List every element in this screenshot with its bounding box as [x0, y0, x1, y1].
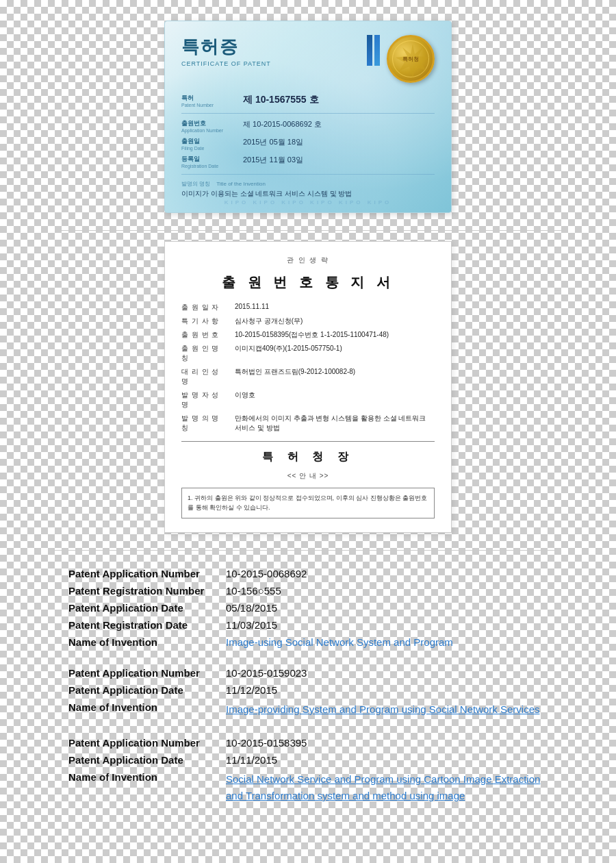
patent-app-num-row-3: Patent Application Number 10-2015-015839…: [68, 737, 548, 749]
cert-filing-date-row: 출원일 Filing Date 2015년 05월 18일: [181, 137, 435, 151]
invention-label-ko: 발명의 명칭: [181, 181, 210, 187]
cert-watermark: KIPO KIPO KIPO KIPO KIPO KIPO: [165, 199, 451, 205]
app-number-label-ko: 출원번호: [181, 119, 236, 128]
notice-value-3: 이미지캡409(주)(1-2015-057750-1): [229, 344, 435, 363]
patent-app-num-row-2: Patent Application Number 10-2015-015902…: [68, 667, 548, 679]
patent-number-label-en: Patent Number: [181, 103, 236, 108]
notice-divider: [181, 441, 435, 442]
cert-ribbon: [367, 35, 380, 66]
notice-field-1: 특 기 사 항 심사청구 공개신청(무): [181, 316, 435, 326]
notice-main-title: 출 원 번 호 통 지 서: [181, 273, 435, 292]
notice-top-label: 관 인 생 략: [181, 255, 435, 265]
cert-invention-block: 발명의 명칭 Title of the Invention 이미지가 이용되는 …: [181, 180, 435, 199]
notice-label-2: 출 원 번 호: [181, 330, 229, 340]
patent-name-value-2[interactable]: Image-providing System and Program using…: [219, 701, 540, 718]
cert-app-number-row: 출원번호 Application Number 제 10-2015-006869…: [181, 119, 435, 133]
patent-reg-num-label-1: Patent Registration Number: [68, 585, 219, 597]
filing-date-label-ko: 출원일: [181, 137, 236, 146]
patent-app-date-row-2: Patent Application Date 11/12/2015: [68, 684, 548, 696]
notice-label-5: 발 명 자 성 명: [181, 390, 229, 410]
notice-value-6: 만화에서의 이미지 추출과 변형 시스템을 활용한 소셜 네트워크 서비스 및 …: [229, 414, 435, 433]
patent-app-num-label-2: Patent Application Number: [68, 667, 219, 679]
patent-number-value: 제 10-1567555 호: [236, 94, 319, 106]
notice-label-1: 특 기 사 항: [181, 316, 229, 326]
patent-app-date-label-3: Patent Application Date: [68, 754, 219, 766]
notice-field-4: 대 리 인 성 명 특허법인 프랜즈드림(9-2012-100082-8): [181, 367, 435, 386]
reg-date-label-ko: 등록일: [181, 155, 236, 164]
cert-invention-label: 발명의 명칭 Title of the Invention: [181, 180, 435, 188]
notice-field-2: 출 원 번 호 10-2015-0158395(접수번호 1-1-2015-11…: [181, 330, 435, 340]
notice-label-0: 출 원 일 자: [181, 303, 229, 312]
notice-label-4: 대 리 인 성 명: [181, 367, 229, 386]
filing-date-label-en: Filing Date: [181, 146, 236, 151]
certificate-section: 특허증 CERTIFICATE OF PATENT 특허청 특: [0, 0, 616, 227]
cert-invention-value: 이미지가 이용되는 소셜 네트워크 서비스 시스템 및 방법: [181, 189, 435, 199]
patent-reg-date-label-1: Patent Registration Date: [68, 619, 219, 631]
notice-stamp: 특 허 청 장: [181, 450, 435, 464]
notice-field-3: 출 원 인 명 칭 이미지캡409(주)(1-2015-057750-1): [181, 344, 435, 363]
patent-name-row-1: Name of Invention Image-using Social Net…: [68, 636, 548, 648]
patent-name-label-2: Name of Invention: [68, 701, 219, 713]
cert-divider-2: [181, 174, 435, 175]
notice-section: 관 인 생 략 출 원 번 호 통 지 서 출 원 일 자 2015.11.11…: [0, 234, 616, 547]
notice-value-0: 2015.11.11: [229, 303, 435, 312]
patent-group-1: Patent Application Number 10-2015-006869…: [68, 568, 548, 648]
patent-name-value-3[interactable]: Social Network Service and Program using…: [219, 771, 548, 804]
notice-card: 관 인 생 략 출 원 번 호 통 지 서 출 원 일 자 2015.11.11…: [164, 241, 452, 533]
patent-app-date-label-2: Patent Application Date: [68, 684, 219, 696]
cert-divider-1: [181, 113, 435, 114]
patent-reg-date-value-1: 11/03/2015: [219, 619, 277, 631]
cert-korean-title: 특허증: [181, 35, 367, 59]
app-number-label-en: Application Number: [181, 128, 236, 133]
patent-reg-date-row-1: Patent Registration Date 11/03/2015: [68, 619, 548, 631]
ribbon-stripe-2: [374, 35, 380, 66]
patent-name-row-2: Name of Invention Image-providing System…: [68, 701, 548, 718]
app-number-value: 제 10-2015-0068692 호: [236, 119, 322, 129]
notice-field-5: 발 명 자 성 명 이영호: [181, 390, 435, 410]
cert-medal-inner: 특허청: [402, 55, 419, 63]
cert-medal: 특허청: [387, 35, 435, 83]
patent-app-num-label-3: Patent Application Number: [68, 737, 219, 749]
patent-number-label-ko: 특허: [181, 94, 236, 103]
patent-app-date-value-3: 11/11/2015: [219, 754, 277, 766]
notice-field-6: 발 명 의 명 칭 만화에서의 이미지 추출과 변형 시스템을 활용한 소셜 네…: [181, 414, 435, 433]
patent-name-row-3: Name of Invention Social Network Service…: [68, 771, 548, 804]
patent-app-num-row-1: Patent Application Number 10-2015-006869…: [68, 568, 548, 579]
certificate-card: 특허증 CERTIFICATE OF PATENT 특허청 특: [164, 21, 452, 213]
patent-reg-num-value-1: 10-156○555: [219, 585, 281, 597]
notice-fields: 출 원 일 자 2015.11.11 특 기 사 항 심사청구 공개신청(무) …: [181, 303, 435, 433]
patent-app-num-value-2: 10-2015-0159023: [219, 667, 307, 679]
patent-app-date-value-2: 11/12/2015: [219, 684, 277, 696]
patent-reg-num-row-1: Patent Registration Number 10-156○555: [68, 585, 548, 597]
patent-name-label-1: Name of Invention: [68, 636, 219, 648]
reg-date-label-en: Registration Date: [181, 164, 236, 168]
cert-english-title: CERTIFICATE OF PATENT: [181, 60, 367, 67]
notice-value-5: 이영호: [229, 390, 435, 410]
patent-name-label-3: Name of Invention: [68, 771, 219, 783]
patent-app-date-row-1: Patent Application Date 05/18/2015: [68, 602, 548, 614]
patent-app-num-value-1: 10-2015-0068692: [219, 568, 307, 579]
notice-value-1: 심사청구 공개신청(무): [229, 316, 435, 326]
patent-app-date-value-1: 05/18/2015: [219, 602, 277, 614]
patent-name-value-1[interactable]: Image-using Social Network System and Pr…: [219, 636, 453, 648]
patent-group-3: Patent Application Number 10-2015-015839…: [68, 737, 548, 804]
cert-fields: 특허 Patent Number 제 10-1567555 호 출원번호 App…: [181, 94, 435, 168]
patent-app-date-row-3: Patent Application Date 11/11/2015: [68, 754, 548, 766]
notice-footer: 1. 귀하의 출원은 위와 같이 정상적으로 접수되었으며, 이후의 심사 진행…: [181, 488, 435, 518]
patent-info-section: Patent Application Number 10-2015-006869…: [0, 554, 616, 837]
section-divider-2: [55, 550, 561, 551]
patent-app-num-value-3: 10-2015-0158395: [219, 737, 307, 749]
notice-value-4: 특허법인 프랜즈드림(9-2012-100082-8): [229, 367, 435, 386]
reg-date-value: 2015년 11월 03일: [236, 155, 303, 165]
section-divider-1: [55, 230, 561, 231]
notice-label-6: 발 명 의 명 칭: [181, 414, 229, 433]
patent-app-date-label-1: Patent Application Date: [68, 602, 219, 614]
patent-group-2: Patent Application Number 10-2015-015902…: [68, 667, 548, 718]
notice-value-2: 10-2015-0158395(접수번호 1-1-2015-1100471-48…: [229, 330, 435, 340]
patent-app-num-label-1: Patent Application Number: [68, 568, 219, 579]
cert-reg-date-row: 등록일 Registration Date 2015년 11월 03일: [181, 155, 435, 168]
cert-patent-number-row: 특허 Patent Number 제 10-1567555 호: [181, 94, 435, 108]
filing-date-value: 2015년 05월 18일: [236, 137, 303, 147]
ribbon-stripe-1: [367, 35, 372, 66]
invention-label-en: Title of the Invention: [216, 181, 266, 187]
